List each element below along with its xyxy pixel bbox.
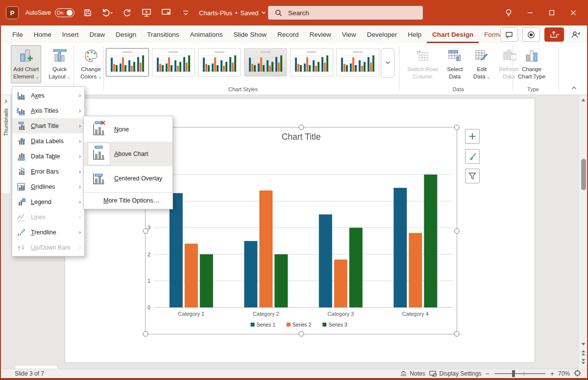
gallery-more-button[interactable] xyxy=(381,48,394,77)
tab-help[interactable]: Help xyxy=(402,25,427,43)
tab-insert[interactable]: Insert xyxy=(57,25,84,43)
scroll-up-button[interactable] xyxy=(579,96,588,103)
collapse-ribbon-button[interactable] xyxy=(567,83,580,92)
chart-title-text[interactable]: Chart Title xyxy=(282,132,321,142)
save-icon[interactable] xyxy=(81,6,94,19)
close-button[interactable] xyxy=(563,0,584,25)
chart-filters-button[interactable] xyxy=(465,169,480,183)
change-chart-type-button[interactable]: ChangeChart Type xyxy=(515,45,548,83)
next-slide-button[interactable] xyxy=(579,358,588,365)
bar-series1-cat2[interactable] xyxy=(244,241,257,308)
tab-developer[interactable]: Developer xyxy=(362,25,403,43)
add-chart-element-button[interactable]: Add ChartElement⌄ xyxy=(11,45,41,83)
undo-icon[interactable] xyxy=(101,6,114,19)
tab-record[interactable]: Record xyxy=(272,25,304,43)
document-title[interactable]: Charts-Plus • Saved xyxy=(199,9,266,17)
bar-series1-cat3[interactable] xyxy=(319,214,332,307)
menu-item-axis-titles[interactable]: Axis Titles › xyxy=(12,103,84,118)
menu-item-data-labels[interactable]: Data Labels › xyxy=(12,133,84,149)
vertical-scrollbar[interactable] xyxy=(579,95,588,369)
zoom-slider-thumb[interactable] xyxy=(512,370,515,377)
record-button[interactable] xyxy=(522,27,540,42)
display-settings-button[interactable]: Display Settings xyxy=(429,370,482,377)
resize-handle-bottom-center[interactable] xyxy=(298,331,304,337)
menu-item-axes[interactable]: Axes › xyxy=(12,88,84,103)
edit-data-button[interactable]: EditData⌄ xyxy=(469,45,494,83)
scroll-down-button[interactable] xyxy=(579,340,588,348)
previous-slide-button[interactable] xyxy=(579,349,588,356)
powerpoint-app-icon[interactable]: P xyxy=(6,6,19,19)
menu-item-legend[interactable]: Legend › xyxy=(12,194,84,209)
bar-series3-cat4[interactable] xyxy=(424,175,437,307)
submenu-item-above-chart[interactable]: Above Chart xyxy=(84,142,172,166)
tab-slide-show[interactable]: Slide Show xyxy=(228,25,272,43)
submenu-item-centered-overlay[interactable]: Centered Overlay xyxy=(84,166,172,191)
chart-style-thumbnail-4[interactable] xyxy=(244,48,287,76)
menu-item-chart-title[interactable]: Chart Title › xyxy=(12,118,84,133)
comments-button[interactable] xyxy=(500,27,518,42)
chart-style-thumbnail-6[interactable] xyxy=(336,48,379,76)
chart-style-thumbnail-2[interactable] xyxy=(152,48,195,76)
menu-item-gridlines[interactable]: Gridlines › xyxy=(12,179,84,194)
tab-home[interactable]: Home xyxy=(28,25,57,43)
zoom-in-button[interactable]: + xyxy=(550,370,554,378)
share-button[interactable] xyxy=(544,27,564,42)
bar-series2-cat2[interactable] xyxy=(259,191,272,308)
bar-series3-cat3[interactable] xyxy=(349,228,363,307)
bar-series2-cat4[interactable] xyxy=(409,233,422,307)
lightbulb-icon[interactable] xyxy=(498,0,519,25)
bar-series3-cat1[interactable] xyxy=(200,254,213,307)
present-to-screen-icon[interactable] xyxy=(160,6,172,19)
tab-transitions[interactable]: Transitions xyxy=(142,25,185,43)
search-input[interactable]: Search xyxy=(268,5,423,20)
menu-item-error-bars[interactable]: Error Bars › xyxy=(12,164,84,179)
tab-chart-design[interactable]: Chart Design xyxy=(427,25,479,43)
bar-series1-cat4[interactable] xyxy=(393,188,407,307)
resize-handle-middle-left[interactable] xyxy=(143,228,148,233)
menu-item-trendline[interactable]: Trendline › xyxy=(12,225,84,240)
resize-handle-middle-right[interactable] xyxy=(454,228,460,233)
zoom-level[interactable]: 70% xyxy=(558,370,570,377)
chart-style-thumbnail-3[interactable] xyxy=(198,48,241,76)
thumbnails-panel-collapsed[interactable]: Thumbnails xyxy=(1,95,11,193)
zoom-slider[interactable] xyxy=(494,373,545,374)
submenu-item-more-title-options[interactable]: More Title Options… xyxy=(84,192,172,208)
bar-series1-cat1[interactable] xyxy=(170,193,183,307)
resize-handle-top-right[interactable] xyxy=(454,125,460,130)
zoom-out-button[interactable]: − xyxy=(486,370,490,378)
bar-series2-cat3[interactable] xyxy=(334,259,347,307)
maximize-button[interactable] xyxy=(541,0,563,25)
notes-button[interactable]: Notes xyxy=(400,370,425,377)
tab-design[interactable]: Design xyxy=(110,25,142,43)
autosave-toggle[interactable]: On xyxy=(55,8,74,17)
change-colors-button[interactable]: ChangeColors⌄ xyxy=(78,45,104,83)
customize-quick-access-icon[interactable] xyxy=(179,6,192,19)
resize-handle-bottom-left[interactable] xyxy=(143,331,148,337)
chart-style-thumbnail-5[interactable] xyxy=(290,48,333,76)
resize-handle-bottom-right[interactable] xyxy=(454,331,460,337)
scrollbar-thumb[interactable] xyxy=(581,159,586,190)
horizontal-scrollbar[interactable] xyxy=(15,365,58,369)
resize-handle-top-center[interactable] xyxy=(298,125,304,130)
tab-view[interactable]: View xyxy=(337,25,362,43)
autosave-control[interactable]: AutoSave On xyxy=(25,8,74,17)
tab-draw[interactable]: Draw xyxy=(84,25,111,43)
chart-styles-button[interactable] xyxy=(465,149,480,164)
tab-review[interactable]: Review xyxy=(304,25,337,43)
submenu-item-none[interactable]: None xyxy=(84,117,172,142)
select-data-button[interactable]: SelectData xyxy=(442,45,467,83)
bar-series3-cat2[interactable] xyxy=(274,254,288,307)
redo-icon[interactable] xyxy=(121,6,133,19)
chart-style-thumbnail-1[interactable] xyxy=(106,48,149,76)
chart-object[interactable]: 012345Category 1Category 2Category 3Cate… xyxy=(145,127,457,334)
menu-item-data-table[interactable]: Data Table › xyxy=(12,149,84,164)
fit-slide-to-window-button[interactable] xyxy=(574,370,581,378)
minimize-button[interactable] xyxy=(519,0,541,25)
slideshow-from-beginning-icon[interactable] xyxy=(140,6,153,19)
tab-animations[interactable]: Animations xyxy=(185,25,228,43)
share-people-icon[interactable] xyxy=(568,28,583,41)
bar-series2-cat1[interactable] xyxy=(185,244,198,307)
slide-indicator[interactable]: Slide 3 of 7 xyxy=(15,370,44,377)
tab-file[interactable]: File xyxy=(7,25,28,43)
quick-layout-button[interactable]: QuickLayout⌄ xyxy=(46,45,73,83)
